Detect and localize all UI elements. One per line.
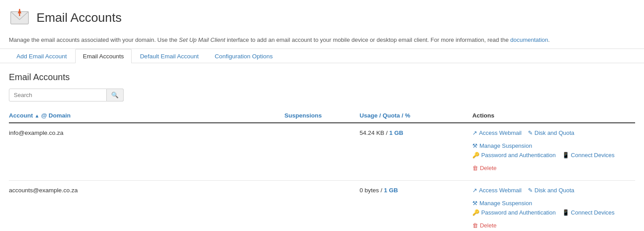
usage-value-1: 54.24 KB: [359, 130, 384, 136]
actions-cell-1: ↗ Access Webmail ✎ Disk and Quota ⚒ Mana…: [472, 123, 635, 181]
search-button[interactable]: 🔍: [107, 89, 124, 101]
page-wrapper: Email Accounts Manage the email accounts…: [0, 0, 644, 231]
search-input[interactable]: [9, 89, 107, 101]
tabs-bar: Add Email Account Email Accounts Default…: [0, 49, 644, 63]
quota-value-1: 1 GB: [389, 130, 403, 136]
external-link-icon-1: ↗: [472, 130, 477, 136]
account-cell-2: accounts@example.co.za: [9, 181, 285, 231]
description-text-pre: Manage the email accounts associated wit…: [9, 36, 179, 43]
usage-value-2: 0 bytes: [359, 187, 379, 194]
account-email-2: accounts@example.co.za: [9, 187, 78, 194]
device-icon-1: 📱: [562, 152, 569, 158]
table-header-row: Account ▲ @ Domain Suspensions Usage / Q…: [9, 109, 635, 123]
col-at-domain-label: @ Domain: [41, 112, 70, 119]
trash-icon-2: 🗑: [472, 222, 478, 229]
actions-cell-2: ↗ Access Webmail ✎ Disk and Quota ⚒ Mana…: [472, 181, 635, 231]
delete-link-1[interactable]: 🗑 Delete: [472, 165, 497, 171]
documentation-link[interactable]: documentation: [510, 36, 548, 43]
description-text-post: .: [548, 36, 550, 43]
col-account-label: Account: [9, 112, 33, 119]
tab-add-email-account[interactable]: Add Email Account: [9, 49, 74, 63]
key-icon-1: 🔑: [472, 152, 479, 158]
suspensions-cell-2: [285, 181, 360, 231]
suspensions-cell-1: [285, 123, 360, 181]
tab-email-accounts[interactable]: Email Accounts: [75, 49, 131, 63]
quota-value-2: 1 GB: [384, 187, 398, 194]
table-row: accounts@example.co.za 0 bytes / 1 GB ↗ …: [9, 181, 635, 231]
col-suspensions: Suspensions: [285, 109, 360, 123]
tab-default-email-account[interactable]: Default Email Account: [133, 49, 206, 63]
main-content: Email Accounts 🔍 Account ▲ @ Domain Susp…: [0, 63, 644, 231]
password-auth-link-2[interactable]: 🔑 Password and Authentication: [472, 209, 556, 216]
email-accounts-table: Account ▲ @ Domain Suspensions Usage / Q…: [9, 109, 635, 231]
actions-row-bottom-2: 🔑 Password and Authentication 📱 Connect …: [472, 209, 631, 229]
tab-configuration-options[interactable]: Configuration Options: [207, 49, 281, 63]
access-webmail-link-1[interactable]: ↗ Access Webmail: [472, 130, 522, 136]
description-text-mid: interface to add an email account to you…: [225, 36, 510, 43]
delete-link-2[interactable]: 🗑 Delete: [472, 222, 497, 229]
section-title: Email Accounts: [9, 72, 635, 82]
access-webmail-link-2[interactable]: ↗ Access Webmail: [472, 187, 522, 194]
usage-cell-2: 0 bytes / 1 GB: [359, 181, 472, 231]
col-account[interactable]: Account ▲ @ Domain: [9, 109, 285, 123]
connect-devices-link-1[interactable]: 📱 Connect Devices: [562, 152, 615, 158]
device-icon-2: 📱: [562, 209, 569, 216]
sort-arrow: ▲: [35, 113, 40, 118]
description-bar: Manage the email accounts associated wit…: [0, 33, 644, 49]
key-icon-2: 🔑: [472, 209, 479, 216]
disk-quota-link-1[interactable]: ✎ Disk and Quota: [528, 130, 575, 136]
usage-cell-1: 54.24 KB / 1 GB: [359, 123, 472, 181]
password-auth-link-1[interactable]: 🔑 Password and Authentication: [472, 152, 556, 158]
actions-row-top-1: ↗ Access Webmail ✎ Disk and Quota ⚒ Mana…: [472, 130, 631, 149]
disk-quota-link-2[interactable]: ✎ Disk and Quota: [528, 187, 575, 194]
actions-row-top-2: ↗ Access Webmail ✎ Disk and Quota ⚒ Mana…: [472, 187, 631, 207]
pencil-icon-2: ✎: [528, 187, 533, 194]
table-row: info@example.co.za 54.24 KB / 1 GB ↗ Acc…: [9, 123, 635, 181]
account-email-1: info@example.co.za: [9, 130, 64, 136]
page-title: Email Accounts: [36, 11, 121, 25]
pencil-icon-1: ✎: [528, 130, 533, 136]
email-accounts-icon: [9, 7, 30, 28]
search-icon: 🔍: [111, 92, 119, 98]
page-header: Email Accounts: [0, 0, 644, 33]
manage-suspension-link-1[interactable]: ⚒ Manage Suspension: [472, 142, 532, 149]
external-link-icon-2: ↗: [472, 187, 477, 194]
connect-devices-link-2[interactable]: 📱 Connect Devices: [562, 209, 615, 216]
clock-icon-2: ⚒: [472, 200, 478, 207]
col-actions: Actions: [472, 109, 635, 123]
description-italic: Set Up Mail Client: [179, 36, 225, 43]
account-cell-1: info@example.co.za: [9, 123, 285, 181]
manage-suspension-link-2[interactable]: ⚒ Manage Suspension: [472, 200, 532, 207]
col-usage: Usage / Quota / %: [359, 109, 472, 123]
actions-row-bottom-1: 🔑 Password and Authentication 📱 Connect …: [472, 152, 631, 171]
search-bar: 🔍: [9, 89, 635, 101]
clock-icon-1: ⚒: [472, 142, 478, 149]
trash-icon-1: 🗑: [472, 165, 478, 171]
